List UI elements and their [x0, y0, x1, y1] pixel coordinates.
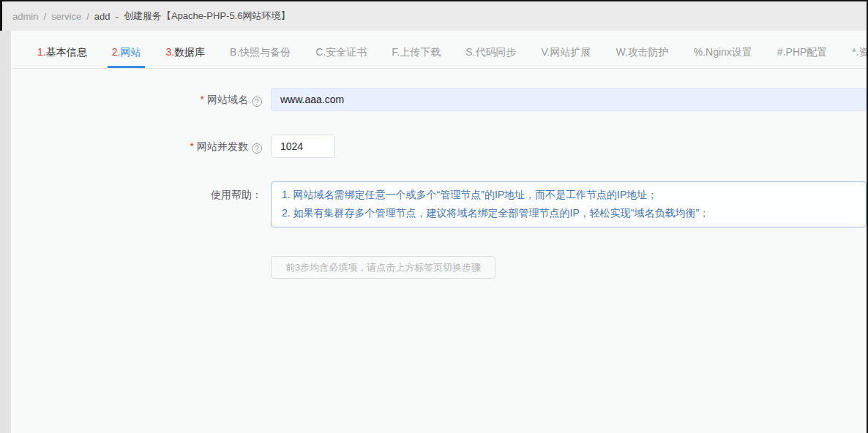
usage-help-label: 使用帮助： [11, 181, 271, 204]
breadcrumb-item-admin[interactable]: admin [12, 11, 38, 22]
tab-label: 上传下载 [400, 46, 441, 58]
breadcrumb-item-add[interactable]: add [94, 11, 111, 22]
domain-input[interactable] [271, 88, 867, 111]
help-icon[interactable]: ? [252, 143, 262, 154]
tab-prefix: 1. [37, 46, 46, 58]
form-row-note: 前3步均含必填项，请点击上方标签页切换步骤 [11, 256, 867, 279]
tab-prefix: 3. [165, 46, 174, 58]
tab-label: 安全证书 [326, 46, 367, 58]
tab-ssl-cert[interactable]: C.安全证书 [311, 46, 371, 68]
usage-help-line: 1. 网站域名需绑定任意一个或多个“管理节点”的IP地址，而不是工作节点的IP地… [282, 186, 856, 204]
breadcrumb-separator: / [43, 11, 46, 22]
page-title: 创建服务【Apache-PHP-5.6网站环境】 [124, 10, 291, 23]
tab-prefix: C. [315, 46, 326, 58]
tab-label: 资源限制 [859, 46, 867, 58]
tab-upload-download[interactable]: F.上传下载 [387, 46, 445, 68]
tab-prefix: B. [230, 46, 239, 58]
concurrency-input[interactable] [271, 135, 335, 158]
form-row-concurrency: *网站并发数? [11, 135, 867, 158]
create-service-form: *网站域名? *网站并发数? 使用帮助： 1. 网站域名需绑定任意一个或多个“管… [11, 69, 867, 279]
domain-label: *网站域名? [11, 88, 271, 111]
tab-prefix: W. [616, 46, 627, 58]
tab-attack-protection[interactable]: W.攻击防护 [611, 46, 673, 68]
tab-prefix: #. [777, 46, 786, 58]
form-row-domain: *网站域名? [11, 88, 867, 111]
tab-label: PHP配置 [786, 46, 828, 58]
tab-basic-info[interactable]: 1.基本信息 [33, 46, 91, 68]
tab-label: 数据库 [174, 46, 205, 58]
content-card: 1.基本信息2.网站3.数据库B.快照与备份C.安全证书F.上传下载S.代码同步… [11, 31, 867, 433]
tab-prefix: S. [465, 46, 475, 58]
concurrency-label: *网站并发数? [11, 135, 271, 158]
tab-prefix: *. [852, 46, 858, 58]
tab-resource-limit[interactable]: *.资源限制 [848, 46, 867, 68]
usage-help-box: 1. 网站域名需绑定任意一个或多个“管理节点”的IP地址，而不是工作节点的IP地… [271, 181, 867, 227]
tab-nginx-settings[interactable]: %.Nginx设置 [689, 46, 757, 68]
usage-help-line: 2. 如果有集群存多个管理节点，建议将域名绑定全部管理节点的IP，轻松实现“域名… [282, 204, 856, 222]
breadcrumb-dash: - [116, 11, 119, 22]
tab-prefix: V. [541, 46, 550, 58]
required-asterisk: * [201, 94, 204, 105]
tab-label: 快照与备份 [239, 46, 291, 58]
breadcrumb: admin / service / add - 创建服务【Apache-PHP-… [2, 1, 867, 31]
tab-label: 网站扩展 [550, 46, 591, 58]
breadcrumb-separator: / [86, 11, 89, 22]
tab-prefix: F. [392, 46, 400, 58]
main-area: 1.基本信息2.网站3.数据库B.快照与备份C.安全证书F.上传下载S.代码同步… [0, 31, 867, 433]
tab-bar: 1.基本信息2.网站3.数据库B.快照与备份C.安全证书F.上传下载S.代码同步… [11, 31, 867, 69]
tab-label: Nginx设置 [706, 46, 752, 58]
tab-label: 攻击防护 [628, 46, 669, 58]
tab-website[interactable]: 2.网站 [108, 46, 146, 68]
tab-snapshot-backup[interactable]: B.快照与备份 [225, 46, 295, 68]
tab-label: 基本信息 [46, 46, 87, 58]
tab-code-sync[interactable]: S.代码同步 [461, 46, 520, 68]
tab-website-extension[interactable]: V.网站扩展 [536, 46, 595, 68]
tab-label: 网站 [120, 46, 141, 58]
form-row-usage-help: 使用帮助： 1. 网站域名需绑定任意一个或多个“管理节点”的IP地址，而不是工作… [11, 181, 867, 227]
tab-prefix: %. [694, 46, 706, 58]
step-note-button[interactable]: 前3步均含必填项，请点击上方标签页切换步骤 [271, 256, 495, 279]
required-asterisk: * [190, 140, 194, 152]
help-icon[interactable]: ? [252, 97, 262, 107]
tab-php-config[interactable]: #.PHP配置 [773, 46, 831, 68]
tab-database[interactable]: 3.数据库 [161, 46, 209, 68]
breadcrumb-item-service[interactable]: service [51, 11, 81, 22]
tab-prefix: 2. [112, 46, 121, 58]
tab-label: 代码同步 [475, 46, 516, 58]
